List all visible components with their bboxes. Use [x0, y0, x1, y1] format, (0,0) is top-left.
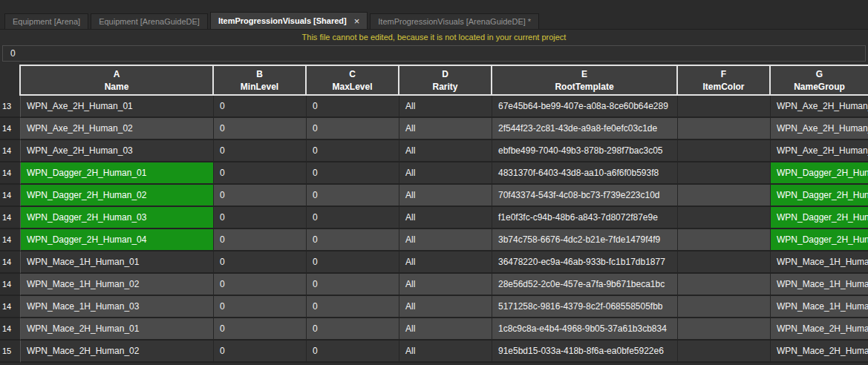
cell-itemcolor[interactable]: [678, 140, 771, 162]
row-number[interactable]: 13: [0, 96, 21, 118]
cell-minlevel[interactable]: 0: [214, 251, 307, 274]
cell-itemcolor[interactable]: [678, 162, 771, 185]
cell-maxlevel[interactable]: 0: [307, 274, 399, 296]
row-number[interactable]: 14: [0, 318, 21, 341]
formula-bar[interactable]: 0: [2, 45, 866, 62]
row-number[interactable]: 14: [0, 274, 21, 296]
cell-namegroup[interactable]: WPN_Mace_2H_Huma: [771, 318, 868, 341]
row-number[interactable]: 14: [0, 229, 21, 251]
cell-name[interactable]: WPN_Mace_2H_Human_01: [21, 318, 214, 341]
cell-itemcolor[interactable]: [678, 229, 771, 251]
cell-maxlevel[interactable]: 0: [307, 162, 399, 185]
cell-rarity[interactable]: All: [399, 229, 492, 251]
cell-name[interactable]: WPN_Mace_1H_Human_02: [21, 274, 214, 296]
cell-minlevel[interactable]: 0: [214, 274, 307, 296]
tab-itemprogressionvisuals-shared[interactable]: ItemProgressionVisuals [Shared] ×: [210, 12, 368, 29]
cell-rarity[interactable]: All: [399, 140, 492, 162]
cell-minlevel[interactable]: 0: [214, 96, 307, 118]
cell-namegroup[interactable]: WPN_Axe_2H_Human_: [771, 140, 868, 162]
cell-itemcolor[interactable]: [678, 251, 771, 274]
cell-namegroup[interactable]: WPN_Mace_2H_Huma: [771, 341, 868, 363]
cell-itemcolor[interactable]: [678, 118, 771, 140]
cell-roottemplate[interactable]: 1c8c9c8a-e4b4-4968-9b05-37a61b3cb834: [492, 318, 678, 341]
cell-roottemplate[interactable]: 67e45b64-be99-407e-a08a-8ce60b64e289: [492, 96, 678, 118]
cell-minlevel[interactable]: 0: [214, 207, 307, 229]
cell-maxlevel[interactable]: 0: [307, 96, 399, 118]
cell-rarity[interactable]: All: [399, 207, 492, 229]
cell-maxlevel[interactable]: 0: [307, 229, 399, 251]
cell-roottemplate[interactable]: 36478220-ec9a-46ab-933b-fc1b17db1877: [492, 251, 678, 274]
tab-equipment-arena[interactable]: Equipment [Arena]: [4, 13, 88, 29]
cell-namegroup[interactable]: WPN_Axe_2H_Human_: [771, 118, 868, 140]
cell-name[interactable]: WPN_Axe_2H_Human_01: [21, 96, 214, 118]
cell-name[interactable]: WPN_Dagger_2H_Human_03: [21, 207, 214, 229]
cell-itemcolor[interactable]: [678, 207, 771, 229]
cell-maxlevel[interactable]: 0: [307, 185, 399, 207]
column-header-itemcolor[interactable]: F ItemColor: [678, 65, 771, 96]
cell-roottemplate[interactable]: ebfbe499-7040-49b3-878b-298f7bac3c05: [492, 140, 678, 162]
tab-itemprogressionvisuals-arenaguidede[interactable]: ItemProgressionVisuals [ArenaGuideDE] *: [370, 13, 539, 29]
cell-rarity[interactable]: All: [399, 251, 492, 274]
row-number[interactable]: 15: [0, 341, 21, 363]
close-icon[interactable]: ×: [354, 16, 360, 26]
cell-namegroup[interactable]: WPN_Mace_1H_Huma: [771, 274, 868, 296]
cell-roottemplate[interactable]: f1e0f3fc-c94b-48b6-a843-7d8072f87e9e: [492, 207, 678, 229]
cell-maxlevel[interactable]: 0: [307, 140, 399, 162]
cell-rarity[interactable]: All: [399, 318, 492, 341]
cell-namegroup[interactable]: WPN_Mace_1H_Huma: [771, 251, 868, 274]
cell-namegroup[interactable]: WPN_Axe_2H_Human_: [771, 96, 868, 118]
cell-name[interactable]: WPN_Axe_2H_Human_03: [21, 140, 214, 162]
cell-itemcolor[interactable]: [678, 318, 771, 341]
cell-rarity[interactable]: All: [399, 96, 492, 118]
cell-itemcolor[interactable]: [678, 96, 771, 118]
cell-maxlevel[interactable]: 0: [307, 341, 399, 363]
cell-minlevel[interactable]: 0: [214, 296, 307, 318]
cell-rarity[interactable]: All: [399, 274, 492, 296]
cell-rarity[interactable]: All: [399, 296, 492, 318]
cell-itemcolor[interactable]: [678, 296, 771, 318]
cell-namegroup[interactable]: WPN_Dagger_2H_Hun: [771, 185, 868, 207]
cell-itemcolor[interactable]: [678, 274, 771, 296]
cell-minlevel[interactable]: 0: [214, 229, 307, 251]
row-number[interactable]: 14: [0, 162, 21, 185]
cell-maxlevel[interactable]: 0: [307, 207, 399, 229]
cell-maxlevel[interactable]: 0: [307, 118, 399, 140]
row-number[interactable]: 14: [0, 185, 21, 207]
cell-name[interactable]: WPN_Mace_1H_Human_03: [21, 296, 214, 318]
column-header-maxlevel[interactable]: C MaxLevel: [307, 65, 399, 96]
cell-namegroup[interactable]: WPN_Dagger_2H_Hun: [771, 162, 868, 185]
row-number[interactable]: 14: [0, 207, 21, 229]
row-number[interactable]: 14: [0, 140, 21, 162]
cell-name[interactable]: WPN_Dagger_2H_Human_02: [21, 185, 214, 207]
row-number[interactable]: 14: [0, 251, 21, 274]
cell-minlevel[interactable]: 0: [214, 185, 307, 207]
cell-namegroup[interactable]: WPN_Dagger_2H_Hun: [771, 207, 868, 229]
cell-roottemplate[interactable]: 3b74c758-6676-4dc2-b21e-7fde1479f4f9: [492, 229, 678, 251]
row-number[interactable]: 14: [0, 296, 21, 318]
cell-namegroup[interactable]: WPN_Dagger_2H_Hun: [771, 229, 868, 251]
tab-equipment-arenaguidede[interactable]: Equipment [ArenaGuideDE]: [91, 13, 208, 29]
cell-roottemplate[interactable]: 5171258c-9816-4379-8c2f-068558505fbb: [492, 296, 678, 318]
cell-namegroup[interactable]: WPN_Mace_1H_Huma: [771, 296, 868, 318]
cell-rarity[interactable]: All: [399, 118, 492, 140]
row-number[interactable]: 14: [0, 118, 21, 140]
cell-maxlevel[interactable]: 0: [307, 251, 399, 274]
cell-name[interactable]: WPN_Axe_2H_Human_02: [21, 118, 214, 140]
cell-roottemplate[interactable]: 70f43374-543f-4c08-bc73-f739e223c10d: [492, 185, 678, 207]
column-header-roottemplate[interactable]: E RootTemplate: [492, 65, 678, 96]
cell-itemcolor[interactable]: [678, 185, 771, 207]
cell-roottemplate[interactable]: 91e5bd15-033a-418b-8f6a-ea0bfe5922e6: [492, 341, 678, 363]
cell-minlevel[interactable]: 0: [214, 318, 307, 341]
cell-rarity[interactable]: All: [399, 341, 492, 363]
cell-roottemplate[interactable]: 2f544f23-2c81-43de-a9a8-fe0efc03c1de: [492, 118, 678, 140]
cell-roottemplate[interactable]: 28e56d52-2c0e-457e-a7fa-9b671beca1bc: [492, 274, 678, 296]
cell-name[interactable]: WPN_Dagger_2H_Human_01: [21, 162, 214, 185]
cell-rarity[interactable]: All: [399, 162, 492, 185]
cell-name[interactable]: WPN_Mace_1H_Human_01: [21, 251, 214, 274]
cell-minlevel[interactable]: 0: [214, 162, 307, 185]
cell-maxlevel[interactable]: 0: [307, 318, 399, 341]
cell-name[interactable]: WPN_Mace_2H_Human_02: [21, 341, 214, 363]
cell-minlevel[interactable]: 0: [214, 140, 307, 162]
cell-roottemplate[interactable]: 4831370f-6403-43d8-aa10-a6f6f0b593f8: [492, 162, 678, 185]
cell-minlevel[interactable]: 0: [214, 341, 307, 363]
